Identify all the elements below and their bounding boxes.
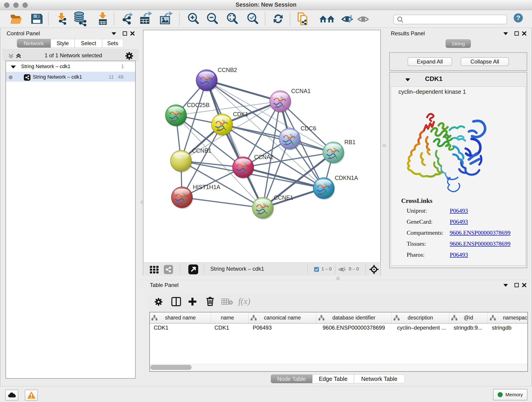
svg-text:CCNB2: CCNB2 [218,67,237,73]
svg-text:?: ? [516,14,520,22]
svg-text:HIST1H1A: HIST1H1A [193,184,220,190]
svg-text:CCNE1: CCNE1 [274,194,293,201]
svg-text:CCNB1: CCNB1 [192,147,211,154]
svg-text:CCNA1: CCNA1 [291,88,311,94]
svg-text:CDK1: CDK1 [233,111,248,117]
svg-text:RB1: RB1 [344,139,355,145]
svg-text:CDC25B: CDC25B [187,102,210,108]
svg-text:CCNA2: CCNA2 [254,154,273,160]
svg-text:CDC6: CDC6 [301,125,316,132]
svg-text:CDKN1A: CDKN1A [335,175,358,181]
